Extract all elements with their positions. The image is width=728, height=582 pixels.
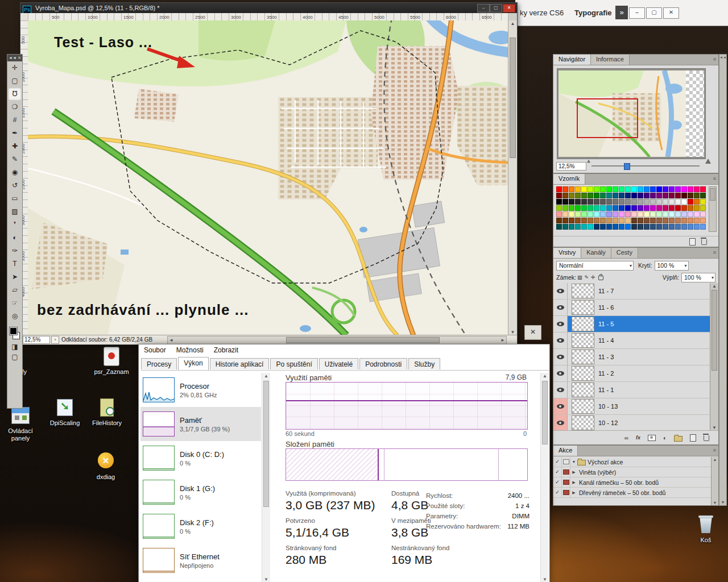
main-scrollbar[interactable]: ▲ ▼ bbox=[540, 373, 549, 582]
swatch[interactable] bbox=[588, 193, 593, 198]
action-dialog-toggle[interactable] bbox=[562, 467, 570, 477]
pen-tool[interactable]: ✑ bbox=[8, 244, 22, 257]
visibility-toggle[interactable] bbox=[553, 316, 568, 332]
swatch[interactable] bbox=[681, 224, 687, 230]
swatch[interactable] bbox=[575, 199, 581, 205]
swatch[interactable] bbox=[581, 199, 587, 205]
swatch[interactable] bbox=[663, 199, 668, 205]
swatch[interactable] bbox=[669, 218, 675, 223]
swatch[interactable] bbox=[681, 218, 687, 223]
swatch[interactable] bbox=[656, 199, 662, 205]
tm-sidebar-item-disk-0-c-d-[interactable]: Disk 0 (C: D:)0 % bbox=[140, 441, 261, 475]
expand-arrow[interactable]: ▶ bbox=[570, 480, 577, 485]
layer-row[interactable]: 11 - 4 bbox=[553, 332, 710, 349]
layer-row[interactable]: 11 - 3 bbox=[553, 349, 710, 365]
scroll-down-icon[interactable]: ▼ bbox=[710, 425, 718, 430]
swatch[interactable] bbox=[631, 193, 637, 198]
layer-thumbnail[interactable] bbox=[572, 300, 594, 315]
scroll-down-icon[interactable]: ▼ bbox=[262, 577, 270, 582]
maximize-button[interactable]: ▢ bbox=[646, 7, 662, 19]
swatch[interactable] bbox=[581, 205, 587, 211]
gradient-tool[interactable]: ▨ bbox=[8, 205, 22, 218]
visibility-toggle[interactable] bbox=[553, 382, 568, 398]
scroll-right-icon[interactable]: ► bbox=[500, 338, 505, 343]
swatch[interactable] bbox=[663, 211, 668, 217]
expand-arrow[interactable]: ▶ bbox=[570, 470, 577, 475]
healing-brush-tool[interactable]: ✚ bbox=[8, 140, 22, 153]
swatch[interactable] bbox=[694, 205, 700, 211]
swatch[interactable] bbox=[588, 186, 593, 192]
swatch[interactable] bbox=[631, 224, 637, 230]
tab-navigator[interactable]: Navigátor bbox=[553, 55, 591, 65]
swatch[interactable] bbox=[556, 205, 562, 211]
scroll-up-icon[interactable]: ▲ bbox=[508, 21, 517, 26]
tab-akce[interactable]: Akce bbox=[553, 446, 578, 456]
swatch[interactable] bbox=[663, 193, 668, 198]
action-checkbox[interactable]: ✓ bbox=[553, 457, 562, 467]
dodge-tool[interactable]: ◐ bbox=[8, 231, 22, 244]
swatch[interactable] bbox=[638, 218, 643, 223]
layer-thumbnail[interactable] bbox=[572, 399, 594, 414]
swatch[interactable] bbox=[644, 199, 650, 205]
visibility-toggle[interactable] bbox=[553, 365, 568, 381]
swatch[interactable] bbox=[700, 224, 706, 230]
layer-thumbnail[interactable] bbox=[572, 350, 594, 364]
swatch[interactable] bbox=[669, 199, 675, 205]
panel-menu-icon[interactable]: ≡ bbox=[711, 174, 718, 184]
action-row[interactable]: ✓▼Výchozí akce bbox=[553, 457, 712, 467]
visibility-toggle[interactable] bbox=[553, 415, 568, 431]
tab-kanaly[interactable]: Kanály bbox=[581, 248, 611, 258]
path-selection-tool[interactable]: ➤ bbox=[8, 271, 22, 284]
desktop-icon-psr-zaznam[interactable]: psr_Zaznam bbox=[91, 346, 132, 376]
scrollbar-thumb[interactable] bbox=[286, 337, 440, 343]
swatch[interactable] bbox=[688, 199, 693, 205]
swatch[interactable] bbox=[694, 193, 700, 198]
tab-vykon[interactable]: Výkon bbox=[178, 357, 208, 370]
crop-tool[interactable]: # bbox=[8, 114, 22, 127]
new-group-icon[interactable] bbox=[674, 436, 682, 442]
swatch[interactable] bbox=[625, 199, 631, 205]
swatch[interactable] bbox=[700, 186, 706, 192]
swatch[interactable] bbox=[556, 193, 562, 198]
swatch[interactable] bbox=[606, 218, 612, 223]
swatch[interactable] bbox=[575, 211, 581, 217]
swatch[interactable] bbox=[600, 211, 606, 217]
action-row[interactable]: ✓▶Dřevěný rámeček – 50 obr. bodů bbox=[553, 488, 712, 498]
swatch[interactable] bbox=[562, 205, 568, 211]
swatch[interactable] bbox=[669, 193, 675, 198]
menu-item-partial[interactable]: ky verze CS6 bbox=[520, 9, 564, 17]
zoom-slider-thumb[interactable] bbox=[624, 163, 630, 170]
swatch[interactable] bbox=[606, 211, 612, 217]
swatch[interactable] bbox=[650, 199, 656, 205]
lock-pixels-icon[interactable]: ✎ bbox=[585, 275, 589, 280]
swatch[interactable] bbox=[562, 199, 568, 205]
layers-scrollbar[interactable]: ▲ ▼ bbox=[710, 283, 718, 431]
desktop-icon-dpiscaling[interactable]: DpiScaling bbox=[44, 397, 85, 427]
swatch[interactable] bbox=[619, 211, 624, 217]
expand-arrow[interactable]: ▶ bbox=[570, 490, 577, 495]
new-swatch-icon[interactable] bbox=[689, 238, 696, 246]
swatch[interactable] bbox=[581, 186, 587, 192]
swatch[interactable] bbox=[562, 193, 568, 198]
menu-zobrazit[interactable]: Zobrazit bbox=[209, 344, 243, 354]
swatch[interactable] bbox=[613, 205, 618, 211]
swatch[interactable] bbox=[569, 186, 574, 192]
navigator-view-rectangle[interactable] bbox=[577, 98, 638, 138]
adjustment-layer-icon[interactable]: ◐ bbox=[663, 435, 667, 441]
swatch[interactable] bbox=[669, 186, 675, 192]
restore-button[interactable]: ▢ bbox=[490, 4, 502, 13]
chevron-button[interactable]: » bbox=[615, 6, 628, 19]
swatch[interactable] bbox=[688, 211, 693, 217]
swatch[interactable] bbox=[606, 193, 612, 198]
minimize-button[interactable]: – bbox=[629, 7, 645, 19]
swatch[interactable] bbox=[638, 211, 643, 217]
swatch[interactable] bbox=[619, 199, 624, 205]
panel-menu-icon[interactable]: ≡ bbox=[711, 446, 718, 456]
visibility-toggle[interactable] bbox=[553, 349, 568, 365]
delete-swatch-icon[interactable] bbox=[701, 239, 707, 245]
swatch[interactable] bbox=[569, 193, 574, 198]
sidebar-scrollbar[interactable]: ▲ ▼ bbox=[262, 373, 270, 582]
swatch[interactable] bbox=[613, 218, 618, 223]
swatch[interactable] bbox=[625, 193, 631, 198]
swatch[interactable] bbox=[681, 211, 687, 217]
